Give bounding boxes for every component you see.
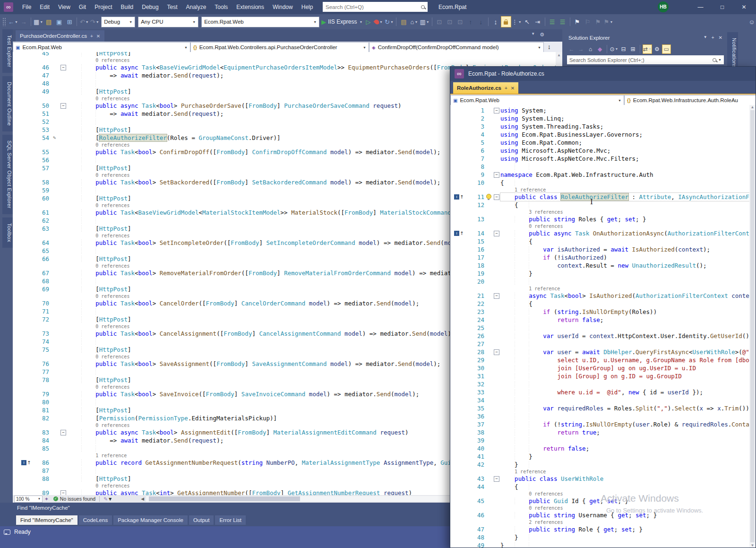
code-line[interactable]: 26 var userId = context.HttpContext.User… <box>450 332 756 340</box>
code-text[interactable]: { <box>500 483 756 491</box>
close-icon[interactable]: ✕ <box>511 86 515 91</box>
bottom-tab-3[interactable]: Output <box>189 515 214 525</box>
code-text[interactable]: var requiredRoles = Roles.Split(",").Sel… <box>500 404 756 412</box>
sidebar-tab-document-outline[interactable]: Document Outline <box>2 76 13 131</box>
code-text[interactable]: using Ecom.Rpat.Common; <box>500 139 756 147</box>
code-text[interactable]: [HttpPost] <box>67 52 562 57</box>
code-line[interactable]: 8 <box>450 163 756 171</box>
startup-project-dropdown[interactable]: Ecom.Rpat.Web▼ <box>201 17 319 27</box>
scrollbar-thumb[interactable] <box>750 110 755 542</box>
code-text[interactable]: } <box>500 270 756 278</box>
code-line[interactable]: 20 <box>450 278 756 286</box>
inheritance-icon[interactable]: I <box>21 460 26 465</box>
menu-tools[interactable]: Tools <box>210 0 232 14</box>
menu-analyze[interactable]: Analyze <box>182 0 211 14</box>
menu-extensions[interactable]: Extensions <box>232 0 268 14</box>
code-text[interactable]: select u.ID, u.Username, g.GroupName as … <box>500 356 756 364</box>
menu-git[interactable]: Git <box>75 0 90 14</box>
code-text[interactable]: { <box>500 179 756 187</box>
toggle-bookmark-button[interactable]: ⚑ <box>573 17 582 27</box>
code-text[interactable]: public class RoleAuthorizeFilter : Attri… <box>500 193 756 201</box>
code-text[interactable]: namespace Ecom.Rpat.Web.Infrastructure.A… <box>500 171 756 179</box>
lock-editor-button[interactable] <box>501 16 511 27</box>
code-text[interactable] <box>500 380 756 388</box>
breadcrumb-class-dropdown[interactable]: {} Ecom.Rpat.Web.Controllers.api.Purchas… <box>190 42 369 52</box>
menu-file[interactable]: File <box>18 0 35 14</box>
nav-forward-button[interactable]: → <box>19 17 28 27</box>
code-line[interactable]: 19 } <box>450 270 756 278</box>
code-line[interactable]: 39 <box>450 436 756 444</box>
se-collapse-all-button[interactable]: ⊟ <box>619 44 628 54</box>
floating-code-editor[interactable]: 1−using System;2using System.Linq;3using… <box>450 105 756 548</box>
sidebar-tab-sql-server-object-explorer[interactable]: SQL Server Object Explorer <box>2 135 13 214</box>
se-preview-selected-button[interactable]: ▭ <box>662 44 671 54</box>
chevron-down-icon[interactable]: ▼ <box>704 35 707 40</box>
comment-show-button[interactable]: ⊡ <box>455 17 465 27</box>
code-line[interactable]: 38 return true; <box>450 428 756 436</box>
undo-button[interactable]: ↶▼ <box>79 17 89 27</box>
code-text[interactable]: return false; <box>500 316 756 324</box>
comment-prev-button[interactable]: ⊡ <box>435 17 444 27</box>
code-text[interactable] <box>500 324 756 332</box>
code-line[interactable]: 33 where u.id = @id", new { id = userId … <box>450 388 756 396</box>
code-line[interactable]: 23 if (string.IsNullOrEmpty(Roles)) <box>450 308 756 316</box>
scrollbar-thumb[interactable] <box>149 496 300 501</box>
nav-back-button[interactable]: ←▼ <box>8 17 18 27</box>
se-forward-button[interactable]: → <box>576 44 585 54</box>
collapse-icon[interactable]: − <box>60 103 66 109</box>
lightbulb-icon[interactable] <box>486 194 491 199</box>
code-text[interactable]: if (string.IsNullOrEmpty(Roles)) <box>500 308 756 316</box>
code-text[interactable]: if (!string.IsNullOrEmpty(user.Role) & r… <box>500 420 756 428</box>
solution-explorer-search-input[interactable]: Search Solution Explorer (Ctrl+;) ▼ <box>567 55 724 64</box>
move-up-button[interactable]: ↑ <box>466 17 475 27</box>
pin-icon[interactable]: + <box>712 35 714 40</box>
new-project-button[interactable]: ▦▼ <box>34 17 43 27</box>
code-line[interactable]: 46 public string Username { get; set; } <box>450 511 756 519</box>
code-text[interactable]: join [Group] g on g.ID = ug.GroupID <box>500 372 756 380</box>
code-line[interactable]: 17 if (!isAuthorized) <box>450 253 756 261</box>
codelens-indicator[interactable]: 3 references <box>450 209 756 215</box>
code-line[interactable]: 9−namespace Ecom.Rpat.Web.Infrastructure… <box>450 171 756 179</box>
quick-search-input[interactable]: Search (Ctrl+Q) <box>323 2 428 12</box>
code-line[interactable]: 12 { <box>450 201 756 209</box>
code-text[interactable] <box>500 396 756 404</box>
start-debug-button[interactable]: ▶IIS Express▼ <box>321 17 362 27</box>
clear-bookmarks-button[interactable]: ⚑▼ <box>604 17 613 27</box>
floating-window-title-bar[interactable]: ∞ Ecom.Rpat - RoleAuthorize.cs <box>450 67 756 81</box>
code-line[interactable]: 29 select u.ID, u.Username, g.GroupName … <box>450 356 756 364</box>
code-text[interactable]: { <box>500 201 756 209</box>
menu-window[interactable]: Window <box>268 0 297 14</box>
code-line[interactable]: 34 <box>450 396 756 404</box>
pointer-select-button[interactable]: ↖ <box>523 17 532 27</box>
pin-icon[interactable]: + <box>90 34 93 39</box>
code-text[interactable] <box>500 436 756 444</box>
bottom-tab-2[interactable]: Package Manager Console <box>113 515 188 525</box>
code-text[interactable]: public async Task OnAuthorizationAsync(A… <box>500 229 756 237</box>
code-text[interactable]: return true; <box>500 428 756 436</box>
code-text[interactable] <box>500 340 756 348</box>
minimize-button[interactable]: — <box>690 0 711 14</box>
new-file-button[interactable]: ▥▼ <box>420 17 429 27</box>
code-line[interactable]: 5using Ecom.Rpat.Common; <box>450 139 756 147</box>
menu-view[interactable]: View <box>54 0 75 14</box>
code-text[interactable]: public string Role { get; set; } <box>500 525 756 533</box>
move-down-button[interactable]: ↓ <box>476 17 486 27</box>
code-text[interactable] <box>500 278 756 286</box>
code-text[interactable]: var user = await DbHelper.QueryFirstAsyn… <box>500 348 756 356</box>
menu-help[interactable]: Help <box>297 0 318 14</box>
vertical-scrollbar[interactable]: ▲▼ <box>749 105 756 548</box>
code-line[interactable]: 41 } <box>450 452 756 461</box>
tab-roleauthorize[interactable]: RoleAuthorize.cs + ✕ <box>453 82 518 94</box>
breadcrumb-project-dropdown[interactable]: ▣ Ecom.Rpat.Web ▼ <box>13 42 190 52</box>
bottom-tab-1[interactable]: CodeLens <box>79 515 112 525</box>
chevron-down-icon[interactable]: ▼ <box>108 496 112 502</box>
scroll-left-icon[interactable]: ◀ <box>141 496 144 501</box>
code-line[interactable]: I↑11− public class RoleAuthorizeFilter :… <box>450 193 756 201</box>
collapse-icon[interactable]: − <box>60 430 66 435</box>
menu-project[interactable]: Project <box>90 0 116 14</box>
codelens-indicator[interactable]: 1 reference <box>450 286 756 292</box>
feedback-bubble-icon[interactable] <box>4 530 10 535</box>
code-text[interactable]: { <box>500 237 756 245</box>
code-text[interactable] <box>500 163 756 171</box>
codelens-indicator[interactable]: 1 reference <box>450 187 756 193</box>
